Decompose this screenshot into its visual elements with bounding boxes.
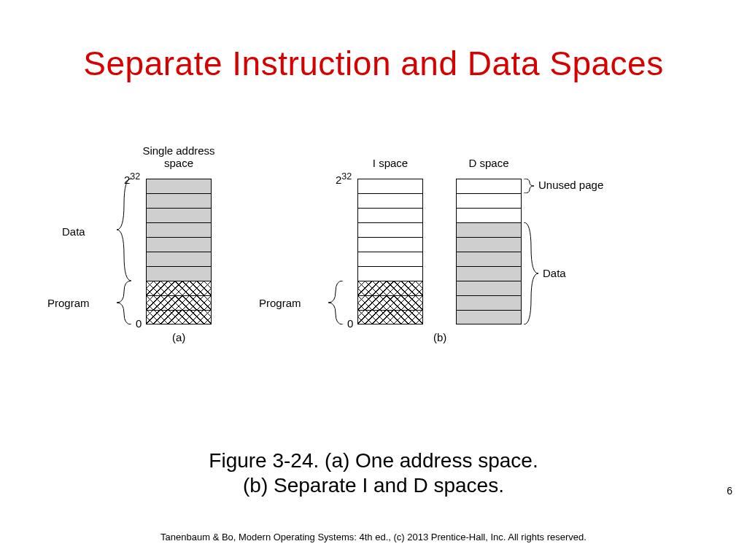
b-i-row [357, 193, 423, 208]
b-i-stack [357, 179, 423, 324]
b-i-row-hatch [357, 295, 423, 310]
slide: Separate Instruction and Data Spaces Sin… [0, 0, 747, 560]
b-i-heading: I space [357, 157, 423, 169]
a-row [146, 179, 212, 193]
page-number: 6 [727, 485, 732, 497]
figure-caption: Figure 3-24. (a) One address space. (b) … [0, 448, 747, 497]
b-d-row [456, 295, 522, 310]
b-d-row [456, 193, 522, 208]
a-row-hatch [146, 310, 212, 324]
b-d-stack [456, 179, 522, 324]
b-i-row-hatch [357, 281, 423, 295]
b-d-row [456, 208, 522, 222]
a-row [146, 266, 212, 281]
b-data-label-svg: Data [543, 267, 566, 279]
b-unused-brace: Unused page [524, 179, 626, 193]
caption-line1: Figure 3-24. (a) One address space. [209, 449, 538, 472]
b-sub: (b) [433, 331, 446, 343]
slide-title: Separate Instruction and Data Spaces [0, 44, 747, 83]
a-program-brace: Program [47, 281, 142, 324]
b-unused-label-svg: Unused page [538, 179, 603, 191]
b-d-heading: D space [456, 157, 522, 169]
a-heading-line1: Single address [135, 144, 222, 157]
a-row-hatch [146, 295, 212, 310]
a-data-brace: Data [62, 179, 142, 281]
a-row [146, 193, 212, 208]
figure-area: Single address space 232 0 Data [73, 153, 671, 365]
b-i-row-hatch [357, 310, 423, 324]
b-top-tick: 232 [336, 171, 352, 186]
caption-line2: (b) Separate I and D spaces. [243, 474, 504, 497]
b-i-row [357, 208, 423, 222]
a-heading-line2: space [135, 157, 222, 169]
a-sub: (a) [172, 331, 185, 343]
a-row-hatch [146, 281, 212, 295]
b-d-row [456, 281, 522, 295]
b-program-brace: Program [259, 281, 354, 324]
b-d-row [456, 266, 522, 281]
b-i-row [357, 252, 423, 266]
b-i-row [357, 237, 423, 252]
b-i-row [357, 179, 423, 193]
a-program-label-svg: Program [47, 297, 90, 309]
b-i-row [357, 266, 423, 281]
a-row [146, 208, 212, 222]
b-program-label-svg: Program [259, 297, 301, 309]
b-d-row [456, 310, 522, 324]
b-d-row [456, 179, 522, 193]
a-row [146, 222, 212, 237]
a-stack [146, 179, 212, 324]
a-row [146, 252, 212, 266]
b-i-row [357, 222, 423, 237]
a-row [146, 237, 212, 252]
footer: Tanenbaum & Bo, Modern Operating Systems… [0, 532, 747, 542]
b-top-tick-exp: 32 [341, 171, 352, 182]
b-d-row [456, 222, 522, 237]
b-d-row [456, 237, 522, 252]
b-data-brace: Data [524, 222, 589, 324]
a-data-label-svg: Data [62, 225, 85, 238]
b-d-row [456, 252, 522, 266]
